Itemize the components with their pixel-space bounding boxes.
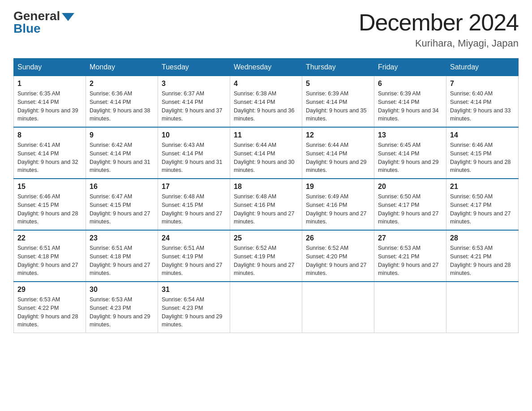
day-info: Sunrise: 6:53 AM Sunset: 4:21 PM Dayligh… <box>450 244 515 278</box>
day-info: Sunrise: 6:53 AM Sunset: 4:22 PM Dayligh… <box>17 295 82 329</box>
table-cell: 23 Sunrise: 6:51 AM Sunset: 4:18 PM Dayl… <box>86 230 158 282</box>
table-cell: 13 Sunrise: 6:45 AM Sunset: 4:14 PM Dayl… <box>374 127 446 179</box>
day-number: 22 <box>17 234 82 242</box>
table-cell: 10 Sunrise: 6:43 AM Sunset: 4:14 PM Dayl… <box>158 127 230 179</box>
table-cell: 18 Sunrise: 6:48 AM Sunset: 4:16 PM Dayl… <box>230 179 302 230</box>
logo-blue-text: Blue <box>13 21 41 36</box>
day-info: Sunrise: 6:35 AM Sunset: 4:14 PM Dayligh… <box>17 90 82 123</box>
day-info: Sunrise: 6:44 AM Sunset: 4:14 PM Dayligh… <box>306 141 370 175</box>
table-cell: 16 Sunrise: 6:47 AM Sunset: 4:15 PM Dayl… <box>86 179 158 230</box>
table-cell: 6 Sunrise: 6:39 AM Sunset: 4:14 PM Dayli… <box>374 76 446 128</box>
day-info: Sunrise: 6:51 AM Sunset: 4:18 PM Dayligh… <box>17 244 82 278</box>
day-number: 13 <box>378 131 442 139</box>
table-cell: 12 Sunrise: 6:44 AM Sunset: 4:14 PM Dayl… <box>302 127 374 179</box>
header-saturday: Saturday <box>446 59 519 76</box>
title-section: December 2024 Kurihara, Miyagi, Japan <box>359 9 519 49</box>
table-cell: 24 Sunrise: 6:51 AM Sunset: 4:19 PM Dayl… <box>158 230 230 282</box>
header-sunday: Sunday <box>14 59 86 76</box>
calendar-table: Sunday Monday Tuesday Wednesday Thursday… <box>13 58 519 333</box>
day-number: 14 <box>450 131 515 139</box>
day-info: Sunrise: 6:47 AM Sunset: 4:15 PM Dayligh… <box>90 193 154 226</box>
table-cell: 29 Sunrise: 6:53 AM Sunset: 4:22 PM Dayl… <box>14 282 86 333</box>
table-cell: 17 Sunrise: 6:48 AM Sunset: 4:15 PM Dayl… <box>158 179 230 230</box>
day-number: 7 <box>450 80 515 88</box>
day-info: Sunrise: 6:54 AM Sunset: 4:23 PM Dayligh… <box>162 295 226 329</box>
day-number: 2 <box>90 80 154 88</box>
day-info: Sunrise: 6:37 AM Sunset: 4:14 PM Dayligh… <box>162 90 226 123</box>
table-cell: 25 Sunrise: 6:52 AM Sunset: 4:19 PM Dayl… <box>230 230 302 282</box>
day-number: 1 <box>17 80 82 88</box>
table-cell: 21 Sunrise: 6:50 AM Sunset: 4:17 PM Dayl… <box>446 179 519 230</box>
day-number: 23 <box>90 234 154 242</box>
day-number: 19 <box>306 183 370 191</box>
day-number: 9 <box>90 131 154 139</box>
day-number: 26 <box>306 234 370 242</box>
calendar-title: December 2024 <box>359 9 519 36</box>
day-number: 17 <box>162 183 226 191</box>
day-info: Sunrise: 6:51 AM Sunset: 4:18 PM Dayligh… <box>90 244 154 278</box>
day-number: 28 <box>450 234 515 242</box>
table-cell: 22 Sunrise: 6:51 AM Sunset: 4:18 PM Dayl… <box>14 230 86 282</box>
day-number: 18 <box>234 183 298 191</box>
day-info: Sunrise: 6:46 AM Sunset: 4:15 PM Dayligh… <box>450 141 515 175</box>
day-info: Sunrise: 6:38 AM Sunset: 4:14 PM Dayligh… <box>234 90 298 123</box>
day-number: 25 <box>234 234 298 242</box>
week-row-5: 29 Sunrise: 6:53 AM Sunset: 4:22 PM Dayl… <box>14 282 519 333</box>
day-info: Sunrise: 6:44 AM Sunset: 4:14 PM Dayligh… <box>234 141 298 175</box>
table-cell <box>302 282 374 333</box>
day-number: 11 <box>234 131 298 139</box>
header-monday: Monday <box>86 59 158 76</box>
day-info: Sunrise: 6:53 AM Sunset: 4:21 PM Dayligh… <box>378 244 442 278</box>
table-cell: 3 Sunrise: 6:37 AM Sunset: 4:14 PM Dayli… <box>158 76 230 128</box>
day-number: 29 <box>17 286 82 294</box>
day-number: 27 <box>378 234 442 242</box>
week-row-2: 8 Sunrise: 6:41 AM Sunset: 4:14 PM Dayli… <box>14 127 519 179</box>
day-number: 30 <box>90 286 154 294</box>
week-row-1: 1 Sunrise: 6:35 AM Sunset: 4:14 PM Dayli… <box>14 76 519 128</box>
day-number: 3 <box>162 80 226 88</box>
table-cell: 2 Sunrise: 6:36 AM Sunset: 4:14 PM Dayli… <box>86 76 158 128</box>
table-cell <box>230 282 302 333</box>
table-cell: 8 Sunrise: 6:41 AM Sunset: 4:14 PM Dayli… <box>14 127 86 179</box>
week-row-3: 15 Sunrise: 6:46 AM Sunset: 4:15 PM Dayl… <box>14 179 519 230</box>
day-info: Sunrise: 6:45 AM Sunset: 4:14 PM Dayligh… <box>378 141 442 175</box>
table-cell: 14 Sunrise: 6:46 AM Sunset: 4:15 PM Dayl… <box>446 127 519 179</box>
calendar-header-row: Sunday Monday Tuesday Wednesday Thursday… <box>14 59 519 76</box>
day-number: 15 <box>17 183 82 191</box>
table-cell: 28 Sunrise: 6:53 AM Sunset: 4:21 PM Dayl… <box>446 230 519 282</box>
day-number: 31 <box>162 286 226 294</box>
day-info: Sunrise: 6:48 AM Sunset: 4:16 PM Dayligh… <box>234 193 298 226</box>
day-number: 16 <box>90 183 154 191</box>
day-number: 10 <box>162 131 226 139</box>
day-number: 5 <box>306 80 370 88</box>
logo-arrow-icon <box>62 13 74 21</box>
day-info: Sunrise: 6:43 AM Sunset: 4:14 PM Dayligh… <box>162 141 226 175</box>
day-info: Sunrise: 6:39 AM Sunset: 4:14 PM Dayligh… <box>306 90 370 123</box>
day-info: Sunrise: 6:46 AM Sunset: 4:15 PM Dayligh… <box>17 193 82 226</box>
day-info: Sunrise: 6:39 AM Sunset: 4:14 PM Dayligh… <box>378 90 442 123</box>
day-number: 24 <box>162 234 226 242</box>
page-header: General Blue December 2024 Kurihara, Miy… <box>13 9 519 49</box>
day-info: Sunrise: 6:42 AM Sunset: 4:14 PM Dayligh… <box>90 141 154 175</box>
day-info: Sunrise: 6:50 AM Sunset: 4:17 PM Dayligh… <box>378 193 442 226</box>
day-info: Sunrise: 6:52 AM Sunset: 4:19 PM Dayligh… <box>234 244 298 278</box>
table-cell: 9 Sunrise: 6:42 AM Sunset: 4:14 PM Dayli… <box>86 127 158 179</box>
day-info: Sunrise: 6:41 AM Sunset: 4:14 PM Dayligh… <box>17 141 82 175</box>
day-number: 6 <box>378 80 442 88</box>
header-friday: Friday <box>374 59 446 76</box>
header-thursday: Thursday <box>302 59 374 76</box>
table-cell <box>446 282 519 333</box>
logo: General Blue <box>13 9 74 36</box>
table-cell: 5 Sunrise: 6:39 AM Sunset: 4:14 PM Dayli… <box>302 76 374 128</box>
table-cell: 30 Sunrise: 6:53 AM Sunset: 4:23 PM Dayl… <box>86 282 158 333</box>
day-info: Sunrise: 6:48 AM Sunset: 4:15 PM Dayligh… <box>162 193 226 226</box>
day-number: 12 <box>306 131 370 139</box>
table-cell: 1 Sunrise: 6:35 AM Sunset: 4:14 PM Dayli… <box>14 76 86 128</box>
table-cell: 19 Sunrise: 6:49 AM Sunset: 4:16 PM Dayl… <box>302 179 374 230</box>
table-cell: 27 Sunrise: 6:53 AM Sunset: 4:21 PM Dayl… <box>374 230 446 282</box>
day-number: 21 <box>450 183 515 191</box>
day-number: 8 <box>17 131 82 139</box>
day-info: Sunrise: 6:53 AM Sunset: 4:23 PM Dayligh… <box>90 295 154 329</box>
table-cell: 4 Sunrise: 6:38 AM Sunset: 4:14 PM Dayli… <box>230 76 302 128</box>
header-tuesday: Tuesday <box>158 59 230 76</box>
